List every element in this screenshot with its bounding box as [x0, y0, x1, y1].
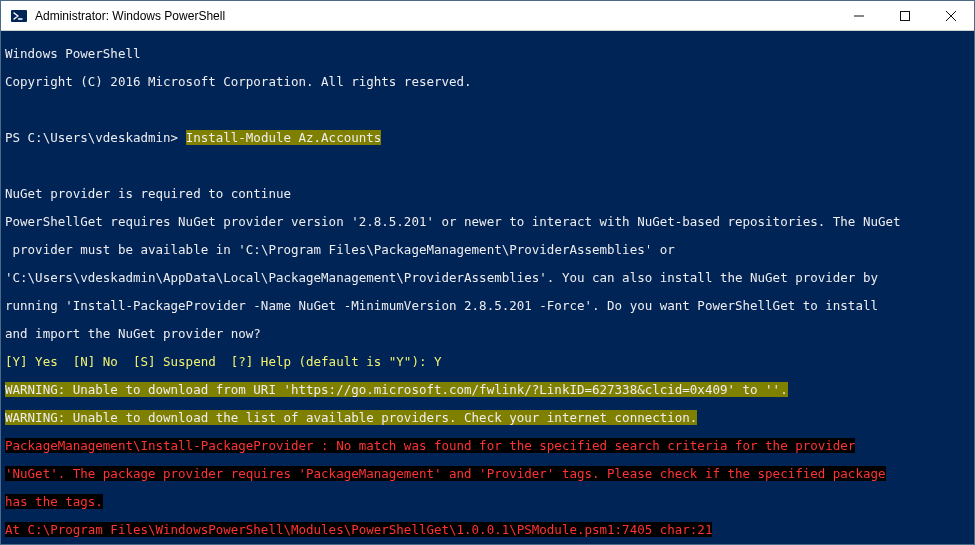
powershell-icon: [9, 6, 29, 26]
maximize-button[interactable]: [882, 1, 928, 30]
nuget-body: running 'Install-PackageProvider -Name N…: [5, 299, 970, 313]
window-controls: [836, 1, 974, 30]
terminal-output[interactable]: Windows PowerShell Copyright (C) 2016 Mi…: [1, 31, 974, 544]
nuget-body: and import the NuGet provider now?: [5, 327, 970, 341]
prompt: PS C:\Users\vdeskadmin>: [5, 130, 178, 145]
prompt-line: PS C:\Users\vdeskadmin> Install-Module A…: [5, 131, 970, 145]
svg-rect-0: [11, 10, 27, 22]
close-button[interactable]: [928, 1, 974, 30]
nuget-body: PowerShellGet requires NuGet provider ve…: [5, 215, 970, 229]
ps-header: Windows PowerShell: [5, 47, 970, 61]
svg-rect-3: [901, 11, 910, 20]
error-line: 'NuGet'. The package provider requires '…: [5, 466, 886, 481]
nuget-body: provider must be available in 'C:\Progra…: [5, 243, 970, 257]
ps-copyright: Copyright (C) 2016 Microsoft Corporation…: [5, 75, 970, 89]
command-input: Install-Module Az.Accounts: [186, 130, 382, 145]
minimize-button[interactable]: [836, 1, 882, 30]
powershell-window: Administrator: Windows PowerShell Window…: [0, 0, 975, 545]
error-line: PackageManagement\Install-PackageProvide…: [5, 438, 855, 453]
choice-prompt: [Y] Yes [N] No [S] Suspend [?] Help (def…: [5, 355, 970, 369]
titlebar[interactable]: Administrator: Windows PowerShell: [1, 1, 974, 31]
warning-line: WARNING: Unable to download from URI 'ht…: [5, 382, 788, 397]
nuget-title: NuGet provider is required to continue: [5, 187, 970, 201]
error-line: At C:\Program Files\WindowsPowerShell\Mo…: [5, 522, 712, 537]
nuget-body: 'C:\Users\vdeskadmin\AppData\Local\Packa…: [5, 271, 970, 285]
blank: [5, 159, 970, 173]
warning-line: WARNING: Unable to download the list of …: [5, 410, 697, 425]
error-line: has the tags.: [5, 494, 103, 509]
window-title: Administrator: Windows PowerShell: [35, 9, 225, 23]
blank: [5, 103, 970, 117]
